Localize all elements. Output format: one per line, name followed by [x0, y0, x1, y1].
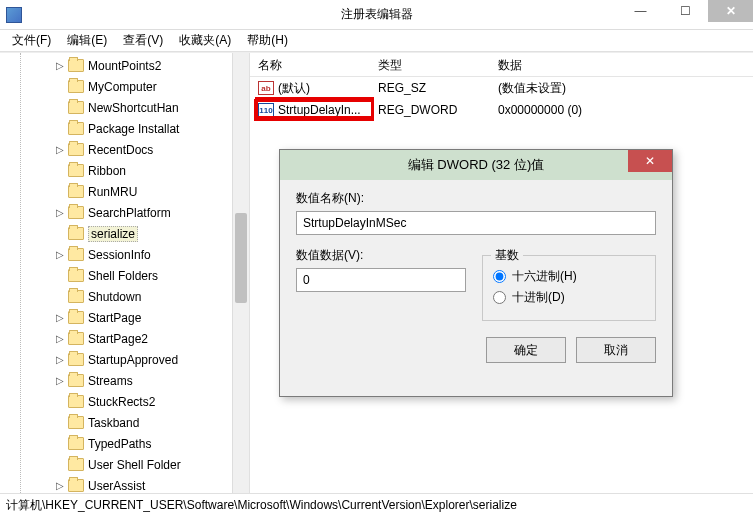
expand-icon[interactable]: ▷: [54, 207, 66, 218]
radio-hex-input[interactable]: [493, 270, 506, 283]
value-name: (默认): [278, 80, 310, 97]
tree-item-label: UserAssist: [88, 479, 145, 493]
app-icon: [6, 7, 22, 23]
col-name[interactable]: 名称: [250, 53, 370, 76]
tree-item-runmru[interactable]: RunMRU: [0, 181, 249, 202]
cancel-button[interactable]: 取消: [576, 337, 656, 363]
expand-icon[interactable]: ▷: [54, 354, 66, 365]
menubar: 文件(F) 编辑(E) 查看(V) 收藏夹(A) 帮助(H): [0, 30, 753, 52]
expand-icon[interactable]: ▷: [54, 144, 66, 155]
folder-icon: [68, 290, 84, 303]
folder-icon: [68, 143, 84, 156]
tree-item-typedpaths[interactable]: TypedPaths: [0, 433, 249, 454]
tree-item-label: Shutdown: [88, 290, 141, 304]
folder-icon: [68, 311, 84, 324]
list-row[interactable]: ab(默认)REG_SZ(数值未设置): [250, 77, 753, 99]
tree-item-mountpoints2[interactable]: ▷MountPoints2: [0, 55, 249, 76]
base-legend: 基数: [491, 247, 523, 264]
folder-icon: [68, 479, 84, 492]
tree-item-label: RunMRU: [88, 185, 137, 199]
menu-file[interactable]: 文件(F): [4, 30, 59, 51]
value-data: (数值未设置): [490, 80, 753, 97]
col-data[interactable]: 数据: [490, 53, 753, 76]
close-button[interactable]: ✕: [708, 0, 753, 22]
tree-item-startpage[interactable]: ▷StartPage: [0, 307, 249, 328]
value-icon: ab: [258, 81, 274, 95]
tree-item-label: TypedPaths: [88, 437, 151, 451]
tree-item-label: StartupApproved: [88, 353, 178, 367]
tree-item-searchplatform[interactable]: ▷SearchPlatform: [0, 202, 249, 223]
tree-item-label: serialize: [88, 226, 138, 242]
tree-item-sessioninfo[interactable]: ▷SessionInfo: [0, 244, 249, 265]
value-data-input[interactable]: [296, 268, 466, 292]
menu-edit[interactable]: 编辑(E): [59, 30, 115, 51]
tree-item-stuckrects2[interactable]: StuckRects2: [0, 391, 249, 412]
value-name-input[interactable]: [296, 211, 656, 235]
list-row[interactable]: 110StrtupDelayIn...REG_DWORD0x00000000 (…: [250, 99, 753, 121]
folder-icon: [68, 353, 84, 366]
folder-icon: [68, 332, 84, 345]
tree-item-label: MountPoints2: [88, 59, 161, 73]
menu-help[interactable]: 帮助(H): [239, 30, 296, 51]
tree-item-shell-folders[interactable]: Shell Folders: [0, 265, 249, 286]
folder-icon: [68, 395, 84, 408]
folder-icon: [68, 227, 84, 240]
tree-item-userassist[interactable]: ▷UserAssist: [0, 475, 249, 493]
tree-item-label: SearchPlatform: [88, 206, 171, 220]
tree-item-label: RecentDocs: [88, 143, 153, 157]
tree-item-label: Shell Folders: [88, 269, 158, 283]
window-controls: — ☐ ✕: [618, 0, 753, 22]
tree-item-recentdocs[interactable]: ▷RecentDocs: [0, 139, 249, 160]
tree-item-package-installat[interactable]: Package Installat: [0, 118, 249, 139]
dialog-titlebar[interactable]: 编辑 DWORD (32 位)值 ✕: [280, 150, 672, 180]
list-header: 名称 类型 数据: [250, 53, 753, 77]
value-icon: 110: [258, 103, 274, 117]
edit-dword-dialog: 编辑 DWORD (32 位)值 ✕ 数值名称(N): 数值数据(V): 基数 …: [279, 149, 673, 397]
tree-item-startpage2[interactable]: ▷StartPage2: [0, 328, 249, 349]
tree-item-serialize[interactable]: serialize: [0, 223, 249, 244]
status-bar: 计算机\HKEY_CURRENT_USER\Software\Microsoft…: [0, 493, 753, 517]
titlebar: 注册表编辑器 — ☐ ✕: [0, 0, 753, 30]
radio-dec-input[interactable]: [493, 291, 506, 304]
expand-icon[interactable]: ▷: [54, 375, 66, 386]
expand-icon[interactable]: ▷: [54, 480, 66, 491]
col-type[interactable]: 类型: [370, 53, 490, 76]
maximize-button[interactable]: ☐: [663, 0, 708, 22]
value-type: REG_SZ: [370, 81, 490, 95]
value-data-label: 数值数据(V):: [296, 247, 466, 264]
tree-item-mycomputer[interactable]: MyComputer: [0, 76, 249, 97]
radio-dec[interactable]: 十进制(D): [493, 289, 645, 306]
ok-button[interactable]: 确定: [486, 337, 566, 363]
tree-item-label: Ribbon: [88, 164, 126, 178]
tree-item-label: Taskband: [88, 416, 139, 430]
tree-item-startupapproved[interactable]: ▷StartupApproved: [0, 349, 249, 370]
tree-item-shutdown[interactable]: Shutdown: [0, 286, 249, 307]
dialog-close-button[interactable]: ✕: [628, 150, 672, 172]
folder-icon: [68, 101, 84, 114]
expand-icon[interactable]: ▷: [54, 333, 66, 344]
value-name: StrtupDelayIn...: [278, 103, 361, 117]
tree-item-ribbon[interactable]: Ribbon: [0, 160, 249, 181]
radio-hex[interactable]: 十六进制(H): [493, 268, 645, 285]
tree-item-streams[interactable]: ▷Streams: [0, 370, 249, 391]
folder-icon: [68, 80, 84, 93]
menu-favorites[interactable]: 收藏夹(A): [171, 30, 239, 51]
tree-item-label: Package Installat: [88, 122, 179, 136]
minimize-button[interactable]: —: [618, 0, 663, 22]
menu-view[interactable]: 查看(V): [115, 30, 171, 51]
expand-icon[interactable]: ▷: [54, 60, 66, 71]
folder-icon: [68, 437, 84, 450]
tree-pane[interactable]: ▷MountPoints2MyComputerNewShortcutHanPac…: [0, 53, 250, 493]
folder-icon: [68, 248, 84, 261]
tree-item-newshortcuthan[interactable]: NewShortcutHan: [0, 97, 249, 118]
expand-icon[interactable]: ▷: [54, 249, 66, 260]
tree-item-taskband[interactable]: Taskband: [0, 412, 249, 433]
tree-scrollbar[interactable]: [232, 53, 249, 493]
folder-icon: [68, 185, 84, 198]
scrollbar-thumb[interactable]: [235, 213, 247, 303]
tree-item-label: Streams: [88, 374, 133, 388]
expand-icon[interactable]: ▷: [54, 312, 66, 323]
value-type: REG_DWORD: [370, 103, 490, 117]
value-name-label: 数值名称(N):: [296, 190, 656, 207]
tree-item-user-shell-folder[interactable]: User Shell Folder: [0, 454, 249, 475]
